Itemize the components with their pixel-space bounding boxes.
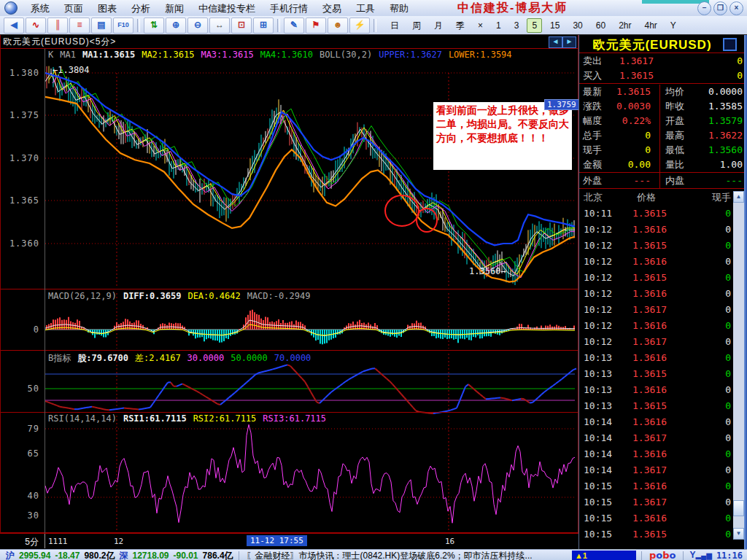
- panel-toggle-button[interactable]: [723, 38, 737, 51]
- popout-icon[interactable]: ⊡: [231, 18, 252, 34]
- trade-price: 1.3616: [608, 478, 667, 494]
- menu-item-分析[interactable]: 分析: [124, 1, 158, 16]
- trade-row[interactable]: 10:121.36160: [579, 286, 732, 302]
- line-chart-icon[interactable]: ∿: [26, 18, 46, 34]
- menu-item-新闻[interactable]: 新闻: [158, 1, 191, 16]
- interval-label[interactable]: 5分: [0, 534, 45, 548]
- lightning-icon[interactable]: ⚡: [349, 18, 370, 34]
- trade-row[interactable]: 10:131.36160: [579, 382, 732, 398]
- trade-row[interactable]: 10:121.36170: [579, 302, 732, 318]
- trade-row[interactable]: 10:121.36160: [579, 318, 732, 334]
- trade-row[interactable]: 10:121.36170: [579, 334, 732, 350]
- trade-row[interactable]: 10:151.36160: [579, 510, 732, 526]
- period-button-×[interactable]: ×: [473, 18, 488, 33]
- close-button[interactable]: ×: [729, 1, 743, 15]
- scroll-up-button[interactable]: ▲: [733, 191, 744, 203]
- app-icon: [4, 1, 18, 15]
- price-axis-label: 1.365: [0, 195, 39, 206]
- indicator-value: DIFF:0.3659: [123, 291, 181, 301]
- indicator-value: RSI1:61.7115: [123, 413, 187, 424]
- trade-row[interactable]: 10:141.36170: [579, 462, 732, 478]
- time-axis-tick: 1111: [48, 537, 68, 546]
- trade-row[interactable]: 10:151.36170: [579, 494, 732, 510]
- trade-row[interactable]: 10:121.36160: [579, 254, 732, 270]
- trade-row[interactable]: 10:111.36150: [579, 206, 732, 222]
- period-button-日[interactable]: 日: [385, 18, 404, 33]
- quote-field-label: 总手: [583, 128, 602, 143]
- menu-item-系统[interactable]: 系统: [23, 1, 57, 16]
- draw-icon[interactable]: ✎: [284, 18, 304, 34]
- zoom-out-icon[interactable]: ⊖: [187, 18, 208, 34]
- trade-list-scrollbar[interactable]: ▲ ▼: [733, 191, 744, 540]
- quote-value: 0.0000: [689, 85, 743, 99]
- period-button-季[interactable]: 季: [451, 18, 470, 33]
- dock-icon[interactable]: ⊞: [253, 18, 274, 34]
- rsi-axis-label: 79: [0, 424, 39, 434]
- refresh-icon[interactable]: ⇅: [144, 18, 164, 34]
- toolbar-separator: [277, 19, 280, 32]
- menu-item-图表[interactable]: 图表: [90, 1, 124, 16]
- price-axis-label: 1.370: [0, 153, 39, 163]
- drag-icon[interactable]: ↔: [209, 18, 230, 34]
- toolbar-separator: [137, 19, 140, 32]
- shenzhen-index: 12718.09: [132, 551, 169, 560]
- quote-field-label: 内盘: [665, 174, 684, 188]
- period-button-30[interactable]: 30: [568, 18, 587, 33]
- rsi-axis-label: 65: [0, 448, 39, 459]
- indicator-value: UPPER:1.3627: [379, 50, 442, 60]
- trade-row[interactable]: 10:141.36170: [579, 430, 732, 446]
- trade-volume: 0: [689, 430, 731, 446]
- trade-row[interactable]: 10:121.36150: [579, 270, 732, 286]
- period-button-2hr[interactable]: 2hr: [614, 18, 636, 33]
- report-icon[interactable]: ▤: [91, 18, 112, 34]
- users-icon[interactable]: ☻: [328, 18, 348, 34]
- trade-row[interactable]: 10:131.36160: [579, 350, 732, 366]
- f10-icon[interactable]: F10: [113, 18, 133, 34]
- trade-row[interactable]: 10:141.36160: [579, 414, 732, 430]
- pobo-logo: pobo: [649, 551, 676, 560]
- period-button-Y[interactable]: Y: [665, 18, 681, 33]
- menu-item-中信建投专栏[interactable]: 中信建投专栏: [191, 1, 263, 16]
- trade-row[interactable]: 10:121.36150: [579, 238, 732, 254]
- alarm-icon[interactable]: ⚑: [306, 18, 326, 34]
- menu-item-交易[interactable]: 交易: [315, 1, 349, 16]
- period-button-5[interactable]: 5: [527, 18, 542, 33]
- period-button-周[interactable]: 周: [407, 18, 426, 33]
- news-ticker[interactable]: 〖金融财经〗市场快讯：理士(0842.HK)登场破底6.2%；即市沽压料持续..…: [247, 551, 570, 560]
- trade-row[interactable]: 10:131.36150: [579, 366, 732, 382]
- period-button-15[interactable]: 15: [545, 18, 565, 33]
- scroll-thumb[interactable]: [733, 500, 744, 516]
- high-price-marker: ←1.3804: [53, 65, 90, 75]
- trade-price: 1.3615: [608, 398, 667, 414]
- trade-row[interactable]: 10:121.36160: [579, 222, 732, 238]
- kline-icon[interactable]: ║: [47, 18, 68, 34]
- menu-item-帮助[interactable]: 帮助: [382, 1, 416, 16]
- b-axis-label: 50: [0, 384, 39, 394]
- restore-button[interactable]: ❐: [713, 1, 727, 15]
- period-button-4hr[interactable]: 4hr: [640, 18, 662, 33]
- trade-row[interactable]: 10:131.36150: [579, 398, 732, 414]
- indicator-value: 50.0000: [231, 353, 268, 363]
- quote-list-icon[interactable]: ≡: [69, 18, 90, 34]
- trade-price: 1.3616: [608, 382, 667, 398]
- quote-field-row: 涨跌0.0030昨收1.3585: [579, 99, 745, 114]
- trade-row[interactable]: 10:151.36150: [579, 526, 732, 542]
- sell-row: 卖出1.36170: [579, 54, 745, 69]
- scroll-down-button[interactable]: ▼: [733, 528, 744, 540]
- period-button-3[interactable]: 3: [509, 18, 525, 33]
- minimize-button[interactable]: –: [697, 1, 711, 15]
- quote-symbol-title: 欧元美元(EURUSD): [579, 36, 725, 53]
- period-button-60[interactable]: 60: [591, 18, 611, 33]
- zoom-in-icon[interactable]: ⊕: [166, 18, 186, 34]
- period-button-1[interactable]: 1: [491, 18, 506, 33]
- period-button-月[interactable]: 月: [429, 18, 448, 33]
- indicator-value: 70.0000: [274, 353, 311, 363]
- back-icon[interactable]: ◀: [4, 18, 24, 34]
- trade-row[interactable]: 10:141.36160: [579, 446, 732, 462]
- menu-item-工具[interactable]: 工具: [349, 1, 382, 16]
- alert-badge[interactable]: ▲1: [572, 551, 636, 560]
- menu-item-页面[interactable]: 页面: [57, 1, 90, 16]
- menu-item-手机行情[interactable]: 手机行情: [263, 1, 315, 16]
- trade-row[interactable]: 10:151.36160: [579, 478, 732, 494]
- quote-field-label: 昨收: [665, 99, 684, 114]
